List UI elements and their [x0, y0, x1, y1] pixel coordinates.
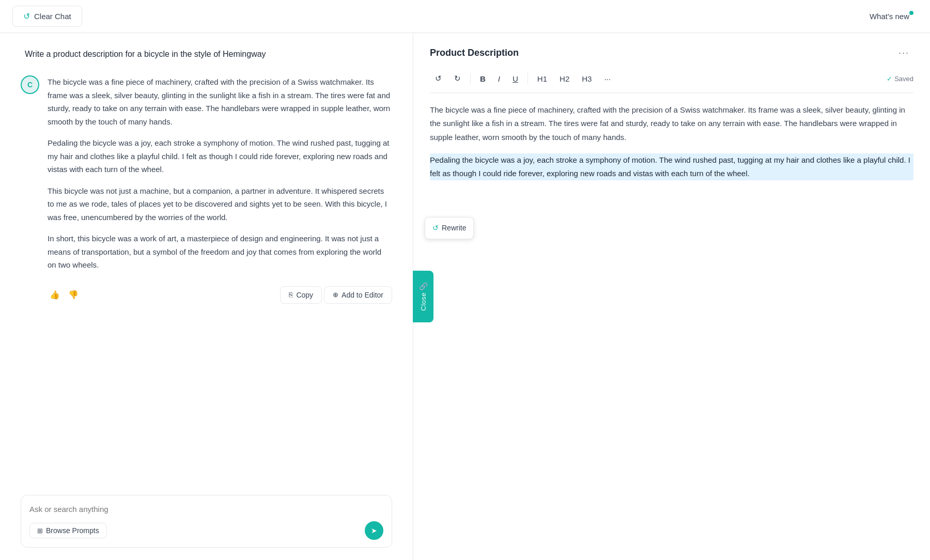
rewrite-tooltip[interactable]: ↺ Rewrite: [425, 217, 474, 239]
italic-button[interactable]: I: [493, 71, 505, 86]
editor-paragraph-1: The bicycle was a fine piece of machiner…: [430, 103, 913, 144]
clear-chat-button[interactable]: ↺ Clear Chat: [12, 6, 82, 27]
ai-paragraph-3: This bicycle was not just a machine, but…: [48, 184, 392, 224]
italic-icon: I: [498, 74, 500, 83]
h2-icon: H2: [560, 74, 569, 83]
underline-icon: U: [513, 74, 518, 83]
undo-icon: ↺: [435, 74, 442, 83]
ai-text-content: The bicycle was a fine piece of machiner…: [48, 75, 392, 304]
bold-button[interactable]: B: [475, 71, 491, 86]
browse-prompts-label: Browse Prompts: [46, 526, 99, 535]
toolbar-divider-2: [528, 73, 528, 84]
add-to-editor-label: Add to Editor: [342, 291, 383, 299]
redo-icon: ↻: [454, 74, 461, 83]
avatar-letter: C: [27, 81, 33, 89]
chat-input[interactable]: [29, 503, 383, 515]
chat-panel: Write a product description for a bicycl…: [0, 33, 413, 560]
action-bar: 👍 👎 ⎘ Copy ⊕: [48, 280, 392, 304]
whats-new-label: What's new: [870, 12, 909, 21]
browse-icon: ⊞: [37, 527, 43, 535]
more-tools-button[interactable]: ···: [599, 71, 616, 86]
rewrite-icon: ↺: [432, 222, 439, 235]
h3-button[interactable]: H3: [577, 71, 597, 86]
thumbup-icon: 👍: [50, 290, 60, 299]
add-icon: ⊕: [333, 291, 338, 299]
h1-icon: H1: [537, 74, 547, 83]
add-to-editor-button[interactable]: ⊕ Add to Editor: [324, 286, 392, 304]
bold-icon: B: [480, 74, 486, 83]
thumbdown-icon: 👎: [68, 290, 79, 299]
editor-menu-button[interactable]: ···: [894, 45, 913, 60]
chat-messages: Write a product description for a bicycl…: [0, 33, 413, 485]
editor-paragraph-2: Pedaling the bicycle was a joy, each str…: [430, 153, 913, 181]
thumbs-up-button[interactable]: 👍: [48, 288, 62, 302]
ai-paragraph-2: Pedaling the bicycle was a joy, each str…: [48, 136, 392, 176]
editor-title: Product Description: [430, 48, 519, 58]
action-buttons: ⎘ Copy ⊕ Add to Editor: [280, 286, 392, 304]
thumbs-down-button[interactable]: 👎: [66, 288, 81, 302]
editor-content[interactable]: The bicycle was a fine piece of machiner…: [430, 103, 913, 548]
link-icon: 🔗: [419, 282, 428, 290]
clear-chat-label: Clear Chat: [34, 12, 71, 21]
editor-panel: Product Description ··· ↺ ↻ B I U: [413, 33, 930, 560]
toolbar-divider-1: [470, 73, 471, 84]
browse-prompts-button[interactable]: ⊞ Browse Prompts: [29, 523, 107, 538]
rewrite-label: Rewrite: [442, 222, 466, 235]
vote-buttons: 👍 👎: [48, 288, 81, 302]
close-tab-label: Close: [420, 292, 427, 311]
whats-new-dot: [909, 11, 913, 15]
send-button[interactable]: ➤: [365, 521, 383, 540]
ai-paragraph-1: The bicycle was a fine piece of machiner…: [48, 75, 392, 128]
copy-icon: ⎘: [289, 291, 293, 299]
send-icon: ➤: [371, 526, 377, 535]
editor-header: Product Description ···: [430, 45, 913, 60]
saved-status: ✓ Saved: [887, 75, 913, 83]
ellipsis-icon: ···: [898, 48, 909, 58]
saved-label: Saved: [894, 75, 913, 83]
close-tab[interactable]: 🔗 Close: [413, 271, 433, 322]
whats-new-button[interactable]: What's new: [861, 8, 918, 25]
editor-toolbar: ↺ ↻ B I U H1 H2 H3: [430, 71, 913, 93]
copy-label: Copy: [296, 291, 313, 299]
ai-response: C The bicycle was a fine piece of machin…: [21, 75, 392, 304]
h2-button[interactable]: H2: [554, 71, 575, 86]
ai-avatar: C: [21, 75, 39, 94]
more-tools-icon: ···: [604, 74, 611, 83]
h3-icon: H3: [582, 74, 592, 83]
undo-button[interactable]: ↺: [430, 71, 447, 86]
redo-button[interactable]: ↻: [449, 71, 466, 86]
top-bar: ↺ Clear Chat What's new: [0, 0, 930, 33]
underline-button[interactable]: U: [507, 71, 523, 86]
main-layout: Write a product description for a bicycl…: [0, 33, 930, 560]
chat-input-footer: ⊞ Browse Prompts ➤: [29, 521, 383, 540]
h1-button[interactable]: H1: [532, 71, 552, 86]
user-message-text: Write a product description for a bicycl…: [25, 50, 266, 58]
chat-input-container: ⊞ Browse Prompts ➤: [21, 495, 392, 548]
refresh-icon: ↺: [23, 11, 30, 21]
chat-input-area: ⊞ Browse Prompts ➤: [0, 485, 413, 560]
check-icon: ✓: [887, 75, 892, 83]
ai-paragraph-4: In short, this bicycle was a work of art…: [48, 232, 392, 272]
user-message: Write a product description for a bicycl…: [21, 50, 392, 59]
copy-button[interactable]: ⎘ Copy: [280, 286, 322, 304]
